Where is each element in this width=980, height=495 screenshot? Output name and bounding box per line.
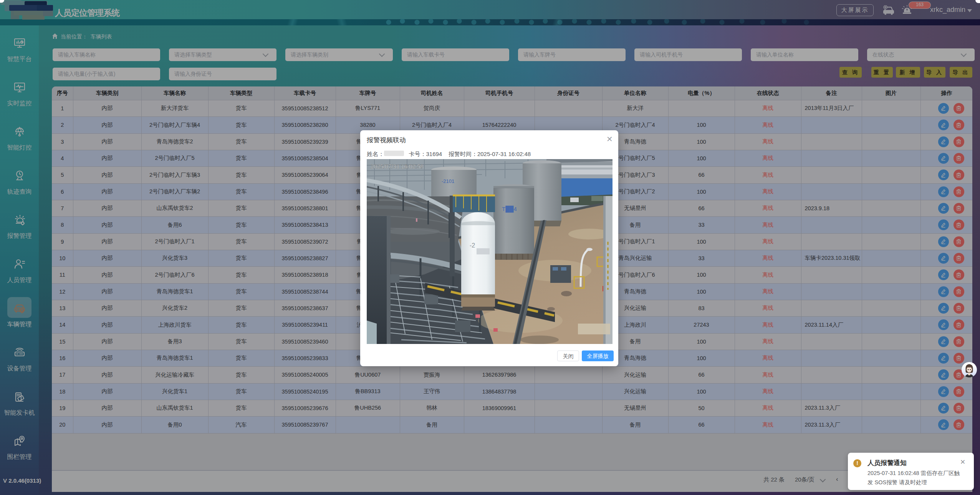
svg-text:T██4: T██4 bbox=[502, 206, 517, 213]
svg-text:2025/07/31 16:02:58: 2025/07/31 16:02:58 bbox=[371, 163, 424, 169]
svg-text:-2: -2 bbox=[470, 242, 475, 249]
svg-text:-2101: -2101 bbox=[442, 178, 454, 184]
